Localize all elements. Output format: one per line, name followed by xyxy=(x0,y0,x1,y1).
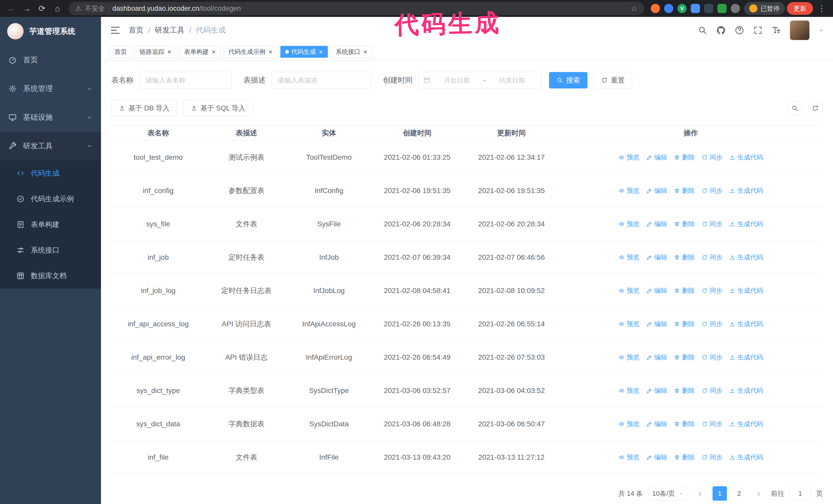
action-preview[interactable]: 预览 xyxy=(618,220,640,228)
help-icon[interactable] xyxy=(735,25,744,35)
close-icon[interactable]: × xyxy=(319,48,323,55)
security-label[interactable]: 不安全 xyxy=(85,4,105,13)
address-bar[interactable]: ⚠ 不安全 dashboard.yudao.iocoder.cn/tool/co… xyxy=(69,2,644,15)
action-sync[interactable]: 同步 xyxy=(701,186,722,195)
end-date-input[interactable] xyxy=(487,77,537,84)
goto-page-input[interactable] xyxy=(789,486,811,501)
sidebar-item-home[interactable]: 首页 xyxy=(0,46,101,74)
sidebar-subitem-form-build[interactable]: 表单构建 xyxy=(0,212,101,237)
action-edit[interactable]: 编辑 xyxy=(646,320,667,328)
sidebar-subitem-db-doc[interactable]: 数据库文档 xyxy=(0,263,101,289)
extension-icon-5[interactable] xyxy=(704,4,713,13)
hide-search-button[interactable] xyxy=(787,101,802,116)
action-edit[interactable]: 编辑 xyxy=(646,220,667,228)
next-page-button[interactable]: › xyxy=(752,486,766,501)
sidebar-subitem-codegen[interactable]: 代码生成 xyxy=(0,161,101,186)
breadcrumb-home[interactable]: 首页 xyxy=(129,25,144,35)
action-generate[interactable]: 生成代码 xyxy=(729,253,763,262)
action-delete[interactable]: 删除 xyxy=(674,353,695,361)
start-date-input[interactable] xyxy=(432,77,481,84)
import-db-button[interactable]: 基于 DB 导入 xyxy=(111,100,177,116)
refresh-table-button[interactable] xyxy=(808,101,823,116)
date-range-picker[interactable]: - xyxy=(418,72,541,89)
action-edit[interactable]: 编辑 xyxy=(646,153,667,162)
fullscreen-icon[interactable] xyxy=(753,25,763,35)
action-sync[interactable]: 同步 xyxy=(701,220,722,228)
extension-icon-4[interactable] xyxy=(691,4,700,13)
action-generate[interactable]: 生成代码 xyxy=(729,419,763,428)
user-avatar[interactable] xyxy=(790,21,809,40)
action-edit[interactable]: 编辑 xyxy=(646,353,667,361)
action-generate[interactable]: 生成代码 xyxy=(729,453,763,461)
browser-reload-icon[interactable]: ⟳ xyxy=(35,2,49,15)
action-delete[interactable]: 删除 xyxy=(674,153,695,162)
action-preview[interactable]: 预览 xyxy=(618,286,640,295)
action-sync[interactable]: 同步 xyxy=(701,353,722,361)
tab-home[interactable]: 首页 xyxy=(110,46,132,58)
action-generate[interactable]: 生成代码 xyxy=(729,153,763,162)
browser-menu-icon[interactable]: ⋮ xyxy=(815,2,828,15)
action-delete[interactable]: 删除 xyxy=(674,253,695,262)
tab-codegen[interactable]: 代码生成× xyxy=(280,46,328,58)
action-preview[interactable]: 预览 xyxy=(618,453,640,461)
prev-page-button[interactable]: ‹ xyxy=(693,486,708,501)
tab-trace[interactable]: 链路追踪× xyxy=(135,46,176,58)
page-size-select[interactable]: 10条/页 xyxy=(648,486,688,501)
action-generate[interactable]: 生成代码 xyxy=(729,186,763,195)
action-generate[interactable]: 生成代码 xyxy=(729,353,763,361)
sidebar-item-infra[interactable]: 基础设施 xyxy=(0,103,101,132)
action-sync[interactable]: 同步 xyxy=(701,453,722,461)
close-icon[interactable]: × xyxy=(212,48,216,55)
tab-system-api[interactable]: 系统接口× xyxy=(331,46,372,58)
action-generate[interactable]: 生成代码 xyxy=(729,286,763,295)
action-edit[interactable]: 编辑 xyxy=(646,419,667,428)
action-delete[interactable]: 删除 xyxy=(674,419,695,428)
hamburger-icon[interactable] xyxy=(110,25,121,36)
breadcrumb-devtools[interactable]: 研发工具 xyxy=(155,25,185,35)
action-generate[interactable]: 生成代码 xyxy=(729,386,763,395)
action-delete[interactable]: 删除 xyxy=(674,286,695,295)
action-generate[interactable]: 生成代码 xyxy=(729,320,763,328)
close-icon[interactable]: × xyxy=(167,48,171,55)
action-preview[interactable]: 预览 xyxy=(618,320,640,328)
bookmark-star-icon[interactable]: ☆ xyxy=(630,4,638,13)
table-desc-input[interactable] xyxy=(271,72,371,89)
paused-badge[interactable]: 已暂停 xyxy=(744,2,785,15)
close-icon[interactable]: × xyxy=(268,48,272,55)
action-preview[interactable]: 预览 xyxy=(618,386,640,395)
browser-home-icon[interactable]: ⌂ xyxy=(51,2,64,15)
tab-form-build[interactable]: 表单构建× xyxy=(179,46,220,58)
import-sql-button[interactable]: 基于 SQL 导入 xyxy=(183,100,253,116)
action-edit[interactable]: 编辑 xyxy=(646,286,667,295)
extension-icon-7[interactable] xyxy=(731,4,740,13)
update-button[interactable]: 更新 xyxy=(787,2,813,15)
action-generate[interactable]: 生成代码 xyxy=(729,220,763,228)
action-sync[interactable]: 同步 xyxy=(701,286,722,295)
action-edit[interactable]: 编辑 xyxy=(646,453,667,461)
sidebar-subitem-system-api[interactable]: 系统接口 xyxy=(0,237,101,263)
font-size-icon[interactable] xyxy=(771,25,781,35)
page-button-1[interactable]: 1 xyxy=(713,486,727,501)
search-icon[interactable] xyxy=(698,25,708,35)
github-icon[interactable] xyxy=(716,25,726,35)
action-delete[interactable]: 删除 xyxy=(674,320,695,328)
action-preview[interactable]: 预览 xyxy=(618,353,640,361)
action-preview[interactable]: 预览 xyxy=(618,253,640,262)
table-name-input[interactable] xyxy=(139,72,232,89)
action-delete[interactable]: 删除 xyxy=(674,186,695,195)
action-delete[interactable]: 删除 xyxy=(674,220,695,228)
caret-down-icon[interactable] xyxy=(818,27,824,33)
action-edit[interactable]: 编辑 xyxy=(646,253,667,262)
action-sync[interactable]: 同步 xyxy=(701,253,722,262)
tab-codegen-example[interactable]: 代码生成示例× xyxy=(223,46,277,58)
action-sync[interactable]: 同步 xyxy=(701,419,722,428)
sidebar-item-system[interactable]: 系统管理 xyxy=(0,74,101,103)
action-preview[interactable]: 预览 xyxy=(618,419,640,428)
action-sync[interactable]: 同步 xyxy=(701,153,722,162)
sidebar-subitem-codegen-example[interactable]: 代码生成示例 xyxy=(0,186,101,212)
action-delete[interactable]: 删除 xyxy=(674,386,695,395)
logo[interactable]: 芋道管理系统 xyxy=(0,17,101,46)
action-preview[interactable]: 预览 xyxy=(618,186,640,195)
url-text[interactable]: dashboard.yudao.iocoder.cn/tool/codegen xyxy=(112,5,627,13)
action-edit[interactable]: 编辑 xyxy=(646,386,667,395)
